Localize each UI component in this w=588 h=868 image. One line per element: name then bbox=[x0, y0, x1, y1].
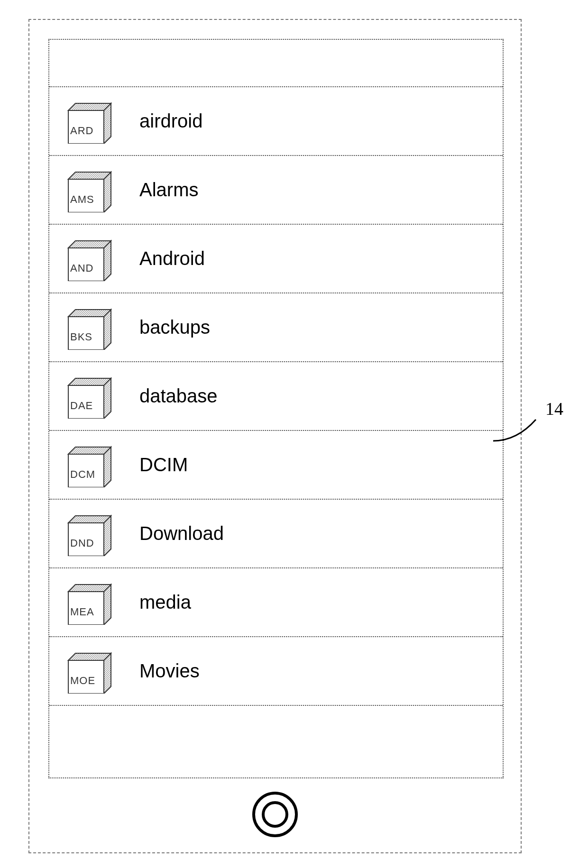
folder-code: AND bbox=[70, 262, 93, 274]
svg-point-1 bbox=[254, 793, 296, 836]
folder-icon: DND bbox=[64, 511, 120, 556]
folder-label: Android bbox=[139, 248, 205, 269]
folder-icon: MEA bbox=[64, 580, 120, 625]
list-item[interactable]: DAE database bbox=[49, 362, 503, 431]
folder-label: database bbox=[139, 385, 218, 407]
folder-label: media bbox=[139, 592, 191, 613]
folder-icon: BKS bbox=[64, 305, 120, 350]
folder-list: ARD airdroid AMS Alarms AND Android bbox=[49, 87, 503, 777]
callout-label: 14 bbox=[545, 398, 563, 419]
list-item[interactable]: AND Android bbox=[49, 225, 503, 293]
folder-code: DND bbox=[70, 537, 94, 549]
list-item[interactable]: AMS Alarms bbox=[49, 156, 503, 225]
folder-label: Download bbox=[139, 523, 224, 544]
list-item[interactable]: DND Download bbox=[49, 500, 503, 568]
status-bar bbox=[49, 40, 503, 87]
folder-label: airdroid bbox=[139, 110, 202, 132]
folder-code: ARD bbox=[70, 125, 93, 137]
folder-icon: DAE bbox=[64, 374, 120, 419]
folder-icon: AND bbox=[64, 236, 120, 281]
screen-area: ARD airdroid AMS Alarms AND Android bbox=[48, 39, 504, 778]
folder-code: DAE bbox=[70, 400, 93, 412]
folder-icon: DCM bbox=[64, 442, 120, 487]
folder-code: AMS bbox=[70, 193, 94, 206]
folder-icon: ARD bbox=[64, 99, 120, 144]
list-item[interactable]: DCM DCIM bbox=[49, 431, 503, 500]
folder-label: Alarms bbox=[139, 179, 198, 201]
folder-code: BKS bbox=[70, 331, 92, 343]
folder-label: backups bbox=[139, 317, 210, 338]
folder-code: MOE bbox=[70, 675, 95, 687]
folder-label: DCIM bbox=[139, 454, 188, 475]
folder-icon: AMS bbox=[64, 167, 120, 212]
list-item[interactable]: MEA media bbox=[49, 568, 503, 637]
list-item[interactable]: BKS backups bbox=[49, 293, 503, 362]
list-item[interactable]: ARD airdroid bbox=[49, 87, 503, 156]
list-item[interactable]: MOE Movies bbox=[49, 637, 503, 706]
svg-point-2 bbox=[263, 803, 287, 826]
folder-label: Movies bbox=[139, 660, 200, 682]
folder-code: DCM bbox=[70, 468, 95, 481]
device-frame: ARD airdroid AMS Alarms AND Android bbox=[28, 19, 522, 853]
home-button[interactable] bbox=[251, 791, 299, 838]
folder-icon: MOE bbox=[64, 649, 120, 694]
folder-code: MEA bbox=[70, 606, 94, 618]
